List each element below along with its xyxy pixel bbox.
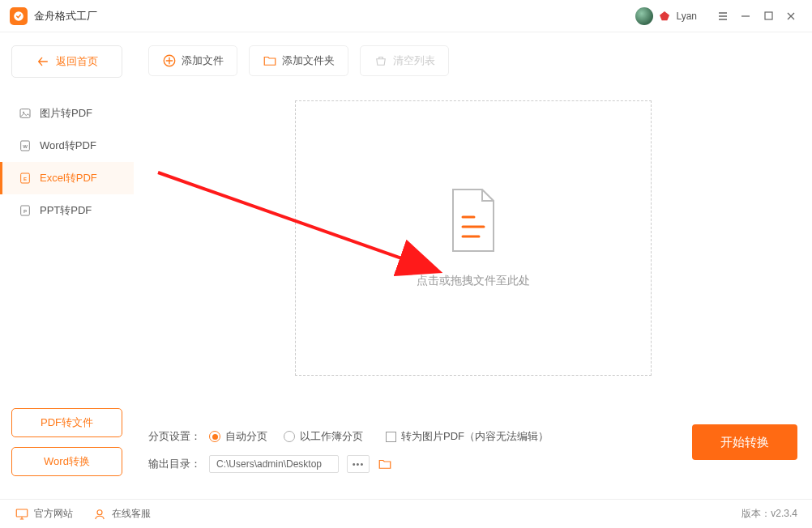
customer-service-link[interactable]: 在线客服 [92,507,151,522]
dropzone-text: 点击或拖拽文件至此处 [417,274,530,288]
folder-icon [263,53,277,68]
footer: 官方网站 在线客服 版本：v2.3.4 [0,499,812,528]
username[interactable]: Lyan [676,11,697,22]
output-path-field[interactable]: C:\Users\admin\Desktop [209,455,339,473]
word-convert-label: Word转换 [44,454,90,469]
radio-sheet-paging[interactable]: 以工作簿分页 [284,429,363,444]
checkbox-icon [386,432,396,442]
svg-rect-15 [16,509,28,517]
sidebar-item-word-to-pdf[interactable]: W Word转PDF [0,130,134,162]
ppt-icon: P [19,204,32,217]
add-folder-button[interactable]: 添加文件夹 [249,45,348,76]
menu-button[interactable] [712,5,734,28]
image-icon [19,107,32,120]
titlebar: 金舟格式工厂 Lyan [0,0,812,32]
start-convert-label: 开始转换 [720,435,769,450]
close-button[interactable] [780,5,802,28]
add-folder-label: 添加文件夹 [282,53,335,68]
user-avatar[interactable] [635,7,653,25]
toolbar: 添加文件 添加文件夹 清空列表 [148,45,797,76]
radio-icon [284,431,295,442]
sidebar-item-excel-to-pdf[interactable]: E Excel转PDF [0,162,134,194]
svg-rect-1 [765,12,772,19]
basket-icon [374,53,388,68]
sidebar-item-label: Word转PDF [40,138,96,153]
start-convert-button[interactable]: 开始转换 [692,424,797,460]
word-convert-button[interactable]: Word转换 [11,447,122,476]
sidebar-item-ppt-to-pdf[interactable]: P PPT转PDF [0,194,134,227]
official-site-label: 官方网站 [34,507,73,521]
image-pdf-label: 转为图片PDF（内容无法编辑） [401,429,549,444]
output-dir-label: 输出目录： [148,457,201,471]
image-pdf-checkbox[interactable]: 转为图片PDF（内容无法编辑） [386,429,549,444]
word-icon: W [19,139,32,152]
plus-circle-icon [162,53,177,68]
settings-panel: 分页设置： 自动分页 以工作簿分页 转为图片PDF（内容无法编辑） 输出目录： … [148,418,797,499]
browse-button[interactable]: ••• [347,455,370,473]
monitor-icon [15,507,29,522]
back-home-label: 返回首页 [56,54,98,69]
svg-text:W: W [23,144,28,149]
content-area: 添加文件 添加文件夹 清空列表 点击或拖拽文件至此处 [134,32,812,499]
sidebar-item-label: PPT转PDF [40,203,92,218]
clear-list-label: 清空列表 [393,53,435,68]
radio-auto-label: 自动分页 [225,429,267,444]
sidebar: 返回首页 图片转PDF W Word转PDF E Excel转PDF P PPT… [0,32,134,499]
dropzone[interactable]: 点击或拖拽文件至此处 [295,100,652,376]
svg-point-16 [97,509,102,514]
radio-sheet-label: 以工作簿分页 [300,429,363,444]
paging-label: 分页设置： [148,429,201,444]
add-file-label: 添加文件 [182,53,224,68]
back-arrow-icon [36,55,49,68]
pdf-to-file-button[interactable]: PDF转文件 [11,408,122,437]
app-logo-icon [10,7,28,25]
svg-text:P: P [24,209,27,214]
document-icon [445,188,502,254]
excel-icon: E [19,172,32,185]
folder-open-icon [378,457,392,471]
sidebar-item-image-to-pdf[interactable]: 图片转PDF [0,97,134,130]
minimize-button[interactable] [734,5,757,28]
open-folder-button[interactable] [378,457,392,471]
headset-icon [92,507,107,522]
customer-service-label: 在线客服 [112,507,151,521]
app-title: 金舟格式工厂 [34,9,97,23]
svg-text:E: E [24,177,27,181]
vip-icon [658,9,673,23]
clear-list-button[interactable]: 清空列表 [360,45,449,76]
sidebar-item-label: Excel转PDF [40,171,97,185]
version-text: 版本：v2.3.4 [741,507,797,521]
radio-icon [209,431,220,442]
back-home-button[interactable]: 返回首页 [11,45,122,78]
maximize-button[interactable] [757,5,780,28]
pdf-to-file-label: PDF转文件 [41,415,93,430]
add-file-button[interactable]: 添加文件 [148,45,237,76]
svg-rect-2 [20,109,30,118]
sidebar-item-label: 图片转PDF [40,106,92,121]
official-site-link[interactable]: 官方网站 [15,507,73,522]
radio-auto-paging[interactable]: 自动分页 [209,429,267,444]
